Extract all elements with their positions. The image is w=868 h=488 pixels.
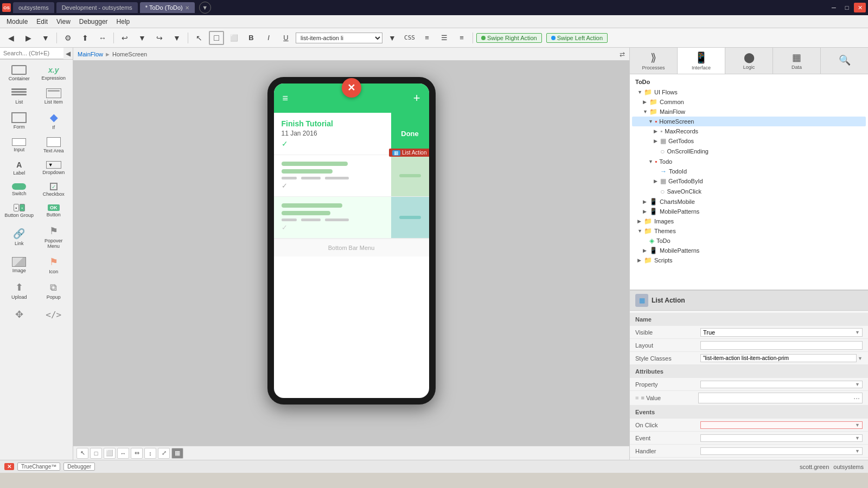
todo-placeholder-2[interactable]: ✓ <box>274 197 429 239</box>
widget-popovermenu[interactable]: ⚑ Popover Menu <box>37 222 71 252</box>
widget-popup[interactable]: ⧉ Popup <box>37 278 71 303</box>
select-tool[interactable]: □ <box>209 31 224 45</box>
tree-item-gettodobyid[interactable]: ▶ ▦ GetTodoById <box>632 176 866 186</box>
menu-debugger[interactable]: Debugger <box>75 16 112 27</box>
property-dropdown[interactable]: ▼ <box>700 381 863 388</box>
widget-label[interactable]: A Label <box>2 157 36 179</box>
widget-list[interactable]: List <box>2 85 36 108</box>
breadcrumb-mainflow[interactable]: MainFlow <box>78 51 103 57</box>
widget-buttongroup[interactable]: ▪ ▪ Button Group <box>2 201 36 221</box>
tree-item-onscrollending[interactable]: ○ OnScrollEnding <box>632 146 866 157</box>
widget-if[interactable]: ◆ If <box>37 108 71 133</box>
tree-item-gettodos[interactable]: ▶ ▦ GetTodos <box>632 136 866 146</box>
tree-item-todoid[interactable]: → TodoId <box>632 166 866 176</box>
tab-outsystems[interactable]: outsystems <box>13 2 54 13</box>
event-dropdown[interactable]: ▼ <box>700 434 863 442</box>
canvas-tool-1[interactable]: ↖ <box>76 448 88 459</box>
value-more-button[interactable]: ··· <box>853 394 860 402</box>
align-left-button[interactable]: ≡ <box>419 31 435 45</box>
tree-item-2[interactable]: ▼ 📁 MainFlow <box>632 107 866 117</box>
canvas-tool-3[interactable]: ⬜ <box>104 448 116 459</box>
hamburger-icon[interactable]: ≡ <box>283 93 289 104</box>
widget-icon[interactable]: ⚑ Icon <box>37 253 71 278</box>
redo-more-button[interactable]: ▼ <box>169 31 184 45</box>
tab-add-button[interactable]: ▼ <box>199 2 211 14</box>
truechange-button[interactable]: TrueChange™ <box>17 463 60 471</box>
tree-item-saveonclick[interactable]: ○ SaveOnClick <box>632 186 866 197</box>
canvas-tool-4[interactable]: ↔ <box>117 448 129 459</box>
phone-add-button[interactable]: + <box>413 91 420 105</box>
debugger-button[interactable]: Debugger <box>63 463 95 471</box>
widget-dropdown[interactable]: ▼ Dropdown <box>37 157 71 179</box>
maximize-button[interactable]: □ <box>841 3 853 12</box>
canvas-tool-6[interactable]: ↕ <box>144 448 156 459</box>
widget-code[interactable]: </> <box>37 305 71 325</box>
expand-icon[interactable]: ⇄ <box>620 50 625 58</box>
forward-button[interactable]: ▶ <box>21 31 36 45</box>
cursor-tool[interactable]: ↖ <box>192 31 207 45</box>
redo-button[interactable]: ↪ <box>152 31 167 45</box>
list-action-badge[interactable]: ▦ List Action <box>389 149 429 157</box>
canvas-tool-7[interactable]: ⤢ <box>158 448 170 459</box>
tree-item-mobilepatterns2[interactable]: ▶ 📱 MobilePatterns <box>632 246 866 255</box>
forward-more-button[interactable]: ▼ <box>38 31 53 45</box>
publish-button[interactable]: ⬆ <box>78 31 93 45</box>
compare-button[interactable]: ↔ <box>95 31 110 45</box>
canvas-tool-2[interactable]: □ <box>90 448 102 459</box>
widget-drag[interactable]: ✥ <box>2 305 36 325</box>
align-right-button[interactable]: ≡ <box>454 31 469 45</box>
widget-switch[interactable]: Switch <box>2 179 36 200</box>
menu-help[interactable]: Help <box>112 16 135 27</box>
nav-processes[interactable]: ⟫ Processes <box>630 48 678 74</box>
tree-item-images[interactable]: ▶ 📁 Images <box>632 216 866 226</box>
widget-tool[interactable]: ⬜ <box>226 31 241 45</box>
style-dropdown-arrow[interactable]: ▼ <box>858 356 863 361</box>
tree-item-chartsmobile[interactable]: ▶ 📱 ChartsMobile <box>632 197 866 207</box>
close-button[interactable]: ✕ <box>854 3 866 12</box>
panel-collapse-button[interactable]: ◀ <box>63 50 73 57</box>
tab-development[interactable]: Development - outsystems <box>56 2 138 13</box>
widget-image[interactable]: Image <box>2 253 36 278</box>
css-editor-button[interactable]: CSS <box>402 31 417 45</box>
swipe-right-action-button[interactable]: Swipe Right Action <box>476 33 542 43</box>
tree-item-mobilepatterns1[interactable]: ▶ 📱 MobilePatterns <box>632 207 866 216</box>
menu-module[interactable]: Module <box>2 16 32 27</box>
widget-input[interactable]: Input <box>2 134 36 157</box>
tree-item-themes[interactable]: ▼ 📁 Themes <box>632 226 866 236</box>
settings-button[interactable]: ⚙ <box>60 31 75 45</box>
menu-edit[interactable]: Edit <box>32 16 52 27</box>
nav-data[interactable]: ▦ Data <box>773 48 821 74</box>
undo-button[interactable]: ↩ <box>117 31 132 45</box>
tree-item-todo[interactable]: ▼ ▪ Todo <box>632 157 866 166</box>
widget-search-input[interactable] <box>0 48 63 59</box>
align-center-button[interactable]: ☰ <box>437 31 452 45</box>
minimize-button[interactable]: ─ <box>828 3 840 12</box>
back-button[interactable]: ◀ <box>3 31 18 45</box>
canvas-tool-8[interactable]: ▦ <box>171 448 183 459</box>
tab-close-icon[interactable]: ✕ <box>185 5 189 11</box>
widget-container[interactable]: Container <box>2 62 36 85</box>
widget-button[interactable]: OK Button <box>37 201 71 221</box>
style-class-select[interactable]: list-item-action li <box>296 33 382 43</box>
tree-item-maxrecords[interactable]: ▶ ▪ MaxRecords <box>632 126 866 136</box>
tree-item-scripts[interactable]: ▶ 📁 Scripts <box>632 255 866 265</box>
tree-item-1[interactable]: ▶ 📁 Common <box>632 97 866 107</box>
undo-more-button[interactable]: ▼ <box>135 31 150 45</box>
style-classes-input[interactable] <box>700 354 857 362</box>
nav-search[interactable]: 🔍 <box>821 48 868 74</box>
underline-button[interactable]: U <box>278 31 293 45</box>
tab-todo[interactable]: * ToDo (ToDo) ✕ <box>140 2 195 13</box>
value-dropdown[interactable]: ··· <box>698 393 863 403</box>
bold-button[interactable]: B <box>244 31 259 45</box>
widget-checkbox[interactable]: ✓ Checkbox <box>37 179 71 200</box>
tree-item-todo-theme[interactable]: ◈ ToDo <box>632 236 866 246</box>
visible-dropdown[interactable]: True ▼ <box>700 328 863 337</box>
widget-listitem[interactable]: List Item <box>37 85 71 108</box>
handler-dropdown[interactable]: ▼ <box>700 447 863 455</box>
widget-textarea[interactable]: Text Area <box>37 134 71 157</box>
canvas-area[interactable]: ✕ ≡ + <box>73 61 629 460</box>
widget-link[interactable]: 🔗 Link <box>2 222 36 252</box>
nav-interface[interactable]: 📱 Interface <box>678 48 725 74</box>
style-more-button[interactable]: ▼ <box>385 31 400 45</box>
tree-item-0[interactable]: ▼ 📁 UI Flows <box>632 87 866 97</box>
